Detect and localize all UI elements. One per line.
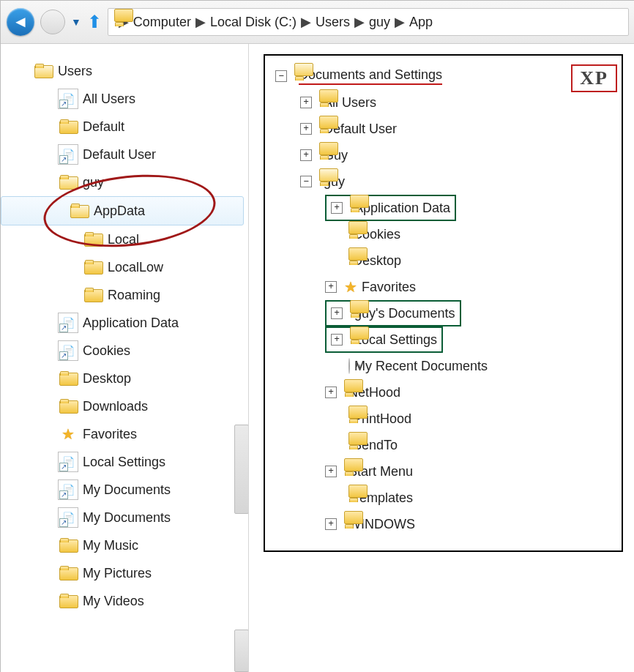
shortcut-icon: 📄 [58, 509, 78, 526]
tree-item-myvideos[interactable]: My Videos [1, 587, 248, 615]
tree-label: Default User [83, 147, 156, 163]
tree-label: Documents and Settings [299, 67, 442, 85]
tree-label: Downloads [83, 399, 148, 414]
tree-item-appdata[interactable]: AppData [1, 196, 244, 225]
tree-item-roaming[interactable]: Roaming [1, 281, 248, 309]
tree-label: My Videos [83, 594, 144, 609]
xp-item-local-settings[interactable]: + Local Settings [275, 326, 611, 353]
expand-icon[interactable]: + [300, 149, 312, 161]
tree-item-default[interactable]: Default [1, 113, 248, 141]
folder-icon [58, 592, 78, 610]
shortcut-icon: 📄 [58, 453, 78, 471]
nav-history-dropdown-icon[interactable]: ▼ [71, 16, 81, 28]
forward-button[interactable] [40, 10, 65, 34]
scrollbar-thumb[interactable] [234, 630, 249, 672]
tree-label: Default [83, 119, 124, 135]
chevron-right-icon: ▶ [301, 14, 311, 30]
tree-item-mydocs1[interactable]: 📄 My Documents [1, 476, 248, 504]
xp-item-recent[interactable]: My Recent Documents [275, 353, 611, 379]
xp-item-favorites[interactable]: + ★ Favorites [275, 274, 611, 300]
folder-icon [58, 564, 78, 582]
xp-item-docs-settings[interactable]: − Documents and Settings [275, 63, 611, 89]
explorer-window: ◄ ▼ ⬆ ▶ Computer ▶ Local Disk (C:) ▶ Use… [0, 0, 634, 672]
shortcut-icon: 📄 [58, 342, 78, 359]
xp-item-guys-documents[interactable]: + guy's Documents [275, 300, 611, 326]
folder-icon [58, 173, 78, 191]
expand-icon[interactable]: + [325, 281, 337, 293]
body: Users 📄 All Users Default 📄 Default User… [1, 44, 634, 672]
tree-item-desktop[interactable]: Desktop [1, 365, 248, 392]
xp-item-windows[interactable]: + WINDOWS [275, 511, 611, 537]
breadcrumb-guy[interactable]: guy [369, 15, 390, 30]
up-button[interactable]: ⬆ [87, 12, 102, 32]
shortcut-icon: 📄 [58, 314, 78, 332]
folder-icon [58, 397, 78, 415]
toolbar: ◄ ▼ ⬆ ▶ Computer ▶ Local Disk (C:) ▶ Use… [1, 1, 634, 44]
tree-label: My Recent Documents [354, 359, 488, 374]
expand-icon[interactable]: + [300, 97, 312, 108]
xp-item-printhood[interactable]: PrintHood [275, 406, 611, 432]
back-button[interactable]: ◄ [7, 8, 34, 36]
tree-label: Local [108, 232, 139, 247]
xp-item-desktop[interactable]: Desktop [275, 247, 611, 274]
xp-item-allusers[interactable]: + All Users [275, 89, 611, 116]
tree-label: guy's Documents [354, 306, 455, 321]
scrollbar-thumb[interactable] [234, 425, 249, 514]
tree-label: Desktop [83, 371, 131, 387]
tree-label: My Documents [83, 510, 171, 526]
tree-label: Cookies [83, 343, 130, 359]
tree-label: My Music [83, 538, 138, 553]
expand-icon[interactable]: + [331, 307, 343, 319]
xp-item-guy-upper[interactable]: + Guy [275, 142, 611, 168]
tree-item-cookies[interactable]: 📄 Cookies [1, 337, 248, 365]
tree-item-allusers[interactable]: 📄 All Users [1, 85, 248, 113]
breadcrumb-app[interactable]: App [409, 15, 433, 30]
expand-icon[interactable]: + [300, 123, 312, 135]
tree-item-downloads[interactable]: Downloads [1, 392, 248, 420]
breadcrumb-localdisk[interactable]: Local Disk (C:) [210, 15, 297, 30]
tree-item-mypictures[interactable]: My Pictures [1, 559, 248, 587]
tree-item-appdata-link[interactable]: 📄 Application Data [1, 309, 248, 337]
star-icon: ★ [58, 425, 78, 443]
expand-icon[interactable]: + [325, 466, 337, 477]
tree-label: LocalLow [108, 260, 163, 275]
collapse-icon[interactable]: − [300, 176, 312, 187]
folder-icon [33, 62, 53, 80]
expand-icon[interactable]: + [331, 202, 343, 214]
tree-item-localsettings[interactable]: 📄 Local Settings [1, 448, 248, 476]
folder-icon [83, 231, 103, 248]
xp-item-guy-lower[interactable]: − guy [275, 168, 611, 195]
tree-item-defaultuser[interactable]: 📄 Default User [1, 141, 248, 168]
tree-item-users[interactable]: Users [1, 57, 248, 85]
expand-icon[interactable]: + [325, 518, 337, 530]
tree-label: Local Settings [83, 455, 165, 470]
xp-item-startmenu[interactable]: + Start Menu [275, 458, 611, 485]
breadcrumb-users[interactable]: Users [316, 15, 350, 30]
address-bar[interactable]: ▶ Computer ▶ Local Disk (C:) ▶ Users ▶ g… [108, 8, 629, 36]
tree-label: Application Data [83, 316, 179, 331]
tree-label: guy [83, 175, 104, 190]
breadcrumb-computer[interactable]: Computer [133, 15, 191, 30]
xp-item-nethood[interactable]: + NetHood [275, 379, 611, 406]
tree-item-favorites[interactable]: ★ Favorites [1, 420, 248, 448]
expand-icon[interactable]: + [331, 334, 343, 346]
xp-item-sendto[interactable]: SendTo [275, 432, 611, 458]
tree-item-mymusic[interactable]: My Music [1, 531, 248, 559]
chevron-right-icon: ▶ [195, 14, 206, 30]
collapse-icon[interactable]: − [275, 70, 287, 82]
nav-pane: Users 📄 All Users Default 📄 Default User… [1, 44, 249, 672]
xp-item-defaultuser[interactable]: + Default User [275, 116, 611, 142]
tree-item-locallow[interactable]: LocalLow [1, 253, 248, 281]
shortcut-icon: 📄 [58, 146, 78, 163]
tree-label: Roaming [108, 288, 160, 303]
xp-item-cookies[interactable]: Cookies [275, 221, 611, 247]
tree-item-mydocs2[interactable]: 📄 My Documents [1, 504, 248, 531]
expand-icon[interactable]: + [325, 387, 337, 398]
shortcut-icon: 📄 [58, 90, 78, 108]
tree-item-local[interactable]: Local [1, 225, 248, 253]
xp-item-application-data[interactable]: + Application Data [275, 195, 611, 221]
folder-icon [69, 202, 89, 220]
tree-label: AppData [94, 204, 145, 219]
tree-item-guy[interactable]: guy [1, 168, 248, 196]
xp-item-templates[interactable]: Templates [275, 485, 611, 511]
